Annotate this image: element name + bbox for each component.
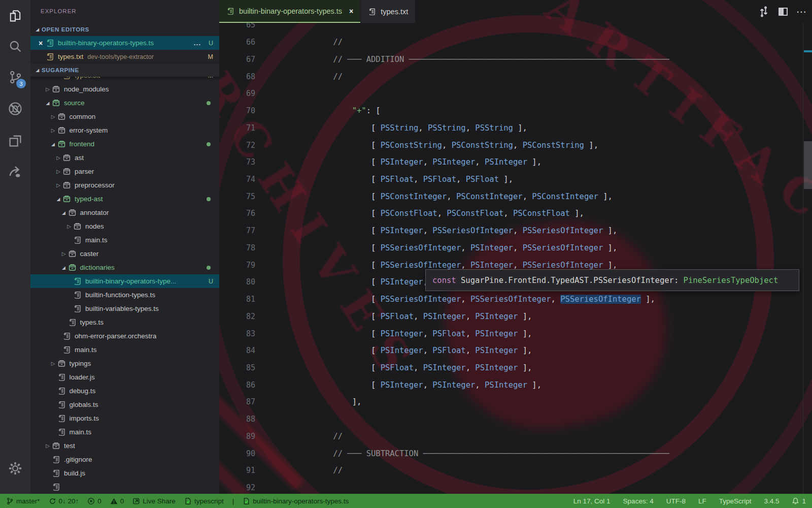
activity-item-source-control[interactable]: 3 [3,65,27,89]
tree-item-nodes[interactable]: ▷nodes [30,219,219,233]
chevron-collapsed-icon[interactable]: ▷ [49,128,57,133]
code-token: [ [257,363,381,372]
status-item-typescript[interactable]: TypeScript [719,497,752,505]
chevron-expanded-icon[interactable]: ◢ [60,265,68,270]
code-line-81: 81 [ PSSeriesOfInteger, PSSeriesOfIntege… [219,291,803,308]
status-item-0-20-[interactable]: 0↓ 20↑ [49,497,79,505]
code-token: PSInteger [475,346,518,355]
tree-item-globals.ts[interactable]: globals.ts [30,398,219,411]
code-line-text: // [257,462,343,480]
tree-item-error-system[interactable]: ▷error-system [30,123,219,137]
tree-item-annotator[interactable]: ◢annotator [30,206,219,219]
open-editor-row[interactable]: types.txtdev-tools/type-extractorM [30,50,219,64]
status-item-builtin-binary-operators-types.ts[interactable]: builtin-binary-operators-types.ts [243,497,349,505]
status-item-spaces-4[interactable]: Spaces: 4 [623,497,654,505]
split-editor[interactable] [777,6,789,18]
project-section-header[interactable]: ◢ SUGARPINE [30,64,219,77]
activity-item-extensions[interactable] [3,129,27,153]
line-number: 92 [219,480,255,494]
chevron-collapsed-icon[interactable]: ▷ [49,114,57,119]
tree-item-common[interactable]: ▷common [30,110,219,123]
editor-actions-ellipsis[interactable]: ... [194,39,201,47]
tree-item-builtin-binary-operators-type...[interactable]: builtin-binary-operators-type...U [30,274,219,288]
tree-item-builtin-function-types.ts[interactable]: builtin-function-types.ts [30,288,219,302]
code-token: , [461,295,470,304]
tree-item-typings[interactable]: ▷typings [30,357,219,370]
doc-check-icon [243,497,250,505]
status-item-0[interactable]: 0 [87,497,101,505]
chevron-expanded-icon[interactable]: ◢ [54,197,62,202]
chevron-collapsed-icon[interactable]: ▷ [44,86,52,92]
chevron-collapsed-icon[interactable]: ▷ [54,169,62,174]
tree-item-ast[interactable]: ▷ast [30,151,219,165]
chevron-collapsed-icon[interactable]: ▷ [65,224,73,229]
tree-item-.gitignore[interactable]: .gitignore [30,453,219,466]
chevron-collapsed-icon[interactable]: ▷ [54,182,62,188]
tree-item-preprocessor[interactable]: ▷preprocessor [30,178,219,192]
file-icon [62,332,71,340]
tab-types.txt[interactable]: types.txt [361,0,415,23]
tree-item[interactable] [30,480,219,493]
tree-item-label: common [70,113,96,120]
tree-item-typed-ast[interactable]: ◢typed-ast [30,192,219,206]
tree-item-source[interactable]: ◢source [30,96,219,110]
tree-item-imports.ts[interactable]: imports.ts [30,411,219,425]
more-actions[interactable]: ⋯ [796,6,807,18]
status-item-3.4.5[interactable]: 3.4.5 [764,497,779,505]
tab-close-icon[interactable]: × [349,7,353,15]
close-icon[interactable]: × [37,39,45,47]
code-token: PSConstFloat [447,209,503,218]
tree-item-build.js[interactable]: build.js [30,466,219,480]
status-item-lf[interactable]: LF [698,497,706,505]
tree-item-caster[interactable]: ▷caster [30,247,219,261]
activity-item-settings[interactable] [3,456,27,481]
chevron-expanded-icon[interactable]: ◢ [44,101,52,106]
code-token: ], [570,209,584,218]
explorer-sidebar: EXPLORER ◢ OPEN EDITORS ×builtin-binary-… [30,0,219,494]
chevron-collapsed-icon[interactable]: ▷ [60,251,68,257]
code-token: PSConstInteger [381,192,447,201]
tree-item-test[interactable]: ▷test [30,439,219,453]
tree-item-builtin-variables-types.ts[interactable]: builtin-variables-types.ts [30,302,219,315]
status-item-master-[interactable]: master* [6,497,40,505]
status-item-0[interactable]: 0 [110,497,124,505]
scrollbar-thumb[interactable] [804,141,812,189]
tab-builtin-binary-operators-types.ts[interactable]: builtin-binary-operators-types.ts× [219,0,360,23]
status-item-utf-8[interactable]: UTF-8 [666,497,686,505]
tree-item-types.txt[interactable]: types.txtM [30,77,219,82]
activity-item-live-share[interactable] [3,160,27,184]
tree-item-dictionaries[interactable]: ◢dictionaries [30,261,219,274]
status-item-1[interactable]: 1 [792,497,806,505]
chevron-expanded-icon[interactable]: ◢ [33,27,42,32]
tree-item-ohm-error-parser.orchestra[interactable]: ohm-error-parser.orchestra [30,329,219,343]
tree-item-frontend[interactable]: ◢frontend [30,137,219,151]
chevron-collapsed-icon[interactable]: ▷ [54,155,62,161]
open-editor-row[interactable]: ×builtin-binary-operators-types.ts...U [30,36,219,50]
tree-item-label: frontend [70,140,95,148]
chevron-expanded-icon[interactable]: ◢ [49,142,57,147]
activity-item-debug[interactable] [3,97,27,121]
chevron-collapsed-icon[interactable]: ▷ [49,361,57,366]
tree-item-label: dictionaries [80,264,115,271]
tree-item-debug.ts[interactable]: debug.ts [30,384,219,398]
tree-item-types.ts[interactable]: types.ts [30,315,219,329]
chevron-expanded-icon[interactable]: ◢ [33,68,42,73]
status-item-live-share[interactable]: Live Share [132,497,176,505]
tree-item-main.ts[interactable]: main.ts [30,233,219,247]
tree-item-main.ts[interactable]: main.ts [30,425,219,439]
activity-item-explorer[interactable] [3,4,27,28]
tree-item-loader.js[interactable]: loader.js [30,370,219,384]
chevron-collapsed-icon[interactable]: ▷ [44,443,52,449]
status-item-ln-17-col-1[interactable]: Ln 17, Col 1 [573,497,611,505]
overview-ruler[interactable] [803,23,812,494]
tree-item-parser[interactable]: ▷parser [30,165,219,178]
activity-item-search[interactable] [3,34,27,58]
open-editors-header[interactable]: ◢ OPEN EDITORS [30,23,219,36]
code-editor[interactable]: 6566 //67 // ─── ADDITION ──────────────… [219,23,812,494]
code-line-74: 74 [ PSFloat, PSFloat, PSFloat ], [219,171,803,188]
chevron-expanded-icon[interactable]: ◢ [60,210,68,215]
tree-item-node-modules[interactable]: ▷node_modules [30,82,219,96]
status-item-typescript[interactable]: typescript [184,497,224,505]
editor-sync[interactable] [758,6,770,18]
tree-item-main.ts[interactable]: main.ts [30,343,219,357]
